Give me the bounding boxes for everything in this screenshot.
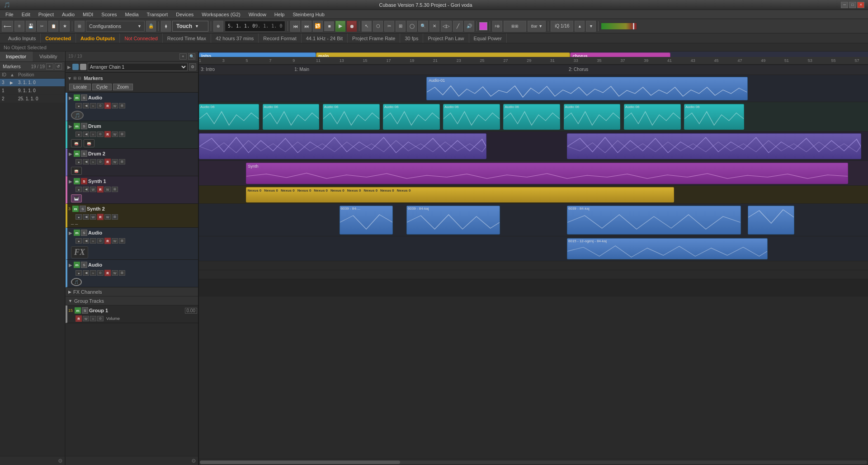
track-synth1-c1[interactable]: ● [75,187,82,192]
tab-visibility[interactable]: Visibility [33,52,65,61]
track-group1-monitor[interactable]: ⊙ [97,316,104,321]
audio2-clip-1[interactable]: 6039 - 84-... [340,206,393,235]
track-drum2-extra[interactable]: ⊞ [119,159,125,164]
configurations-dropdown[interactable]: Configurations ▼ [86,21,145,32]
drum-clip-9[interactable]: Audio 06 [684,104,744,130]
drum-clip-5[interactable]: Audio 06 [443,104,500,130]
track-audio-2-c4[interactable]: ⊙ [97,238,104,244]
track-drum2-rec[interactable]: R [104,159,111,165]
track-audio-3-w[interactable]: W [112,270,118,276]
track-audio-1-extra[interactable]: ⊞ [119,103,125,108]
track-audio-3-c2[interactable]: ◀ [83,270,89,276]
track-audio-1-expand[interactable]: ▶ [68,95,73,100]
snap-btn[interactable]: ⧫ [161,21,171,32]
audio-outputs-status[interactable]: Audio Outputs [76,33,120,43]
locate-btn[interactable]: Locate [69,84,91,90]
track-drum2-c2[interactable]: ◀ [83,159,89,164]
search-tracks-btn[interactable]: 🔍 [188,53,195,60]
q-up[interactable]: ▲ [575,21,585,32]
track-audio-2-w[interactable]: W [112,238,118,244]
cycle-btn[interactable]: Cycle [92,84,112,90]
bottom-scrollbar[interactable] [199,459,868,465]
track-audio-2-solo[interactable]: S [81,230,87,236]
track-synth1-rec[interactable]: R [97,186,104,193]
audio2-clip-4[interactable] [748,206,795,235]
track-synth1-c3[interactable]: W [90,187,96,192]
cycle-btn[interactable]: 🔁 [313,21,323,32]
toolbar-history[interactable]: ≡ [14,21,24,32]
drum-clip-3[interactable]: Audio 06 [323,104,380,130]
track-audio-3-mute[interactable]: m [74,262,80,268]
scrollbar-thumb[interactable] [200,460,400,464]
track-drum-c2[interactable]: ◀ [83,132,89,137]
track-audio-1-w[interactable]: W [112,103,118,108]
drum-clip-6[interactable]: Audio 06 [503,104,560,130]
time-stretch[interactable]: ◁▷ [441,21,452,32]
record-time-max-status[interactable]: Record Time Max [163,33,211,43]
quantize-dropdown[interactable]: Bar ▼ [528,21,546,32]
track-audio-3-c3[interactable]: ≈ [90,270,96,276]
track-audio-2-c1[interactable]: ● [75,238,82,244]
track-audio-1-eq[interactable]: ≈ [90,103,96,108]
track-audio-2-rec[interactable]: R [104,238,111,244]
split-tool[interactable]: ✂ [384,21,394,32]
audio-01-clip[interactable]: Audio-01 [426,77,747,100]
play-btn[interactable]: ▶ [335,21,345,32]
track-drum2-solo[interactable]: S [81,150,87,157]
lock-btn[interactable]: 🔒 [146,21,156,32]
add-track-btn[interactable]: + [179,53,187,60]
mute-tool[interactable]: ✕ [429,21,439,32]
track-audio-2-c3[interactable]: ≈ [90,238,96,244]
tab-inspector[interactable]: Inspector [0,52,33,61]
track-synth2-c2[interactable]: ◀ [83,214,89,220]
track-audio-2-mute[interactable]: m [74,230,80,236]
record-btn[interactable]: ⏺ [347,21,357,32]
track-synth2-w[interactable]: W [104,214,111,220]
track-drum2-w[interactable]: W [112,159,118,164]
track-drum-extra[interactable]: ⊞ [119,132,125,137]
zoom-tool[interactable]: 🔍 [418,21,428,32]
track-drum-c4[interactable]: ⊙ [97,132,104,137]
scrollbar-track[interactable] [200,460,867,464]
track-drum2-c4[interactable]: ⊙ [97,159,104,164]
track-audio-3-rec[interactable]: R [104,270,111,276]
markers-add-btn[interactable]: + [46,63,53,70]
track-audio-3-expand[interactable]: ▶ [68,263,73,267]
stop-btn[interactable]: ■ [324,21,334,31]
markers-refresh-btn[interactable]: ↺ [55,63,62,70]
arranger-settings[interactable]: ⚙ [189,63,196,70]
drum-clip-7[interactable]: Audio 06 [564,104,621,130]
track-audio-1-solo[interactable]: S [81,94,87,101]
track-group1-solo[interactable]: S [82,307,88,314]
track-audio-1-mute[interactable]: m [74,94,80,101]
track-group1-r[interactable]: R [75,315,82,322]
drum-clip-1[interactable]: Audio 06 [199,104,259,130]
menu-devices[interactable]: Devices [172,11,197,18]
drum-clip-2[interactable]: Audio 06 [263,104,320,130]
menu-edit[interactable]: Edit [18,11,34,18]
zoom-btn[interactable]: Zoom [113,84,133,90]
drum2-clip-2[interactable] [567,133,861,159]
erase-tool[interactable]: ◯ [407,21,417,32]
track-audio-2-expand[interactable]: ▶ [68,230,73,235]
menu-help[interactable]: Help [271,11,288,18]
track-synth2-solo[interactable]: S [80,206,86,212]
track-group1-w[interactable]: W [83,316,89,321]
track-drum2-c1[interactable]: ● [75,159,82,164]
synth2-clips-container[interactable]: Nexus 0 Nexus 0 Nexus 0 Nexus 0 Nexus 0 … [246,187,674,202]
drum-clip-8[interactable]: Audio 06 [624,104,681,130]
track-synth1-mute[interactable]: m [74,178,80,184]
track-synth1-w[interactable]: W [104,187,111,192]
toolbar-undo[interactable]: ⟵ [2,21,13,32]
close-button[interactable]: ✕ [857,2,864,8]
arranger-chain-select[interactable]: Arranger Chain 1 [88,63,188,71]
track-drum-w[interactable]: W [112,132,118,137]
equal-power-status[interactable]: Equal Power [469,33,507,43]
track-synth1-c2[interactable]: ◀ [83,187,89,192]
audio2-clip-2[interactable]: 6039 - 84-kaj [406,206,500,235]
track-drum-solo[interactable]: S [81,123,87,129]
track-synth2-c1[interactable]: ● [75,214,82,220]
track-audio-1-read[interactable]: ● [75,103,82,108]
track-synth1-solo[interactable]: S [81,178,87,184]
project-pan-law-status[interactable]: Project Pan Law [423,33,469,43]
